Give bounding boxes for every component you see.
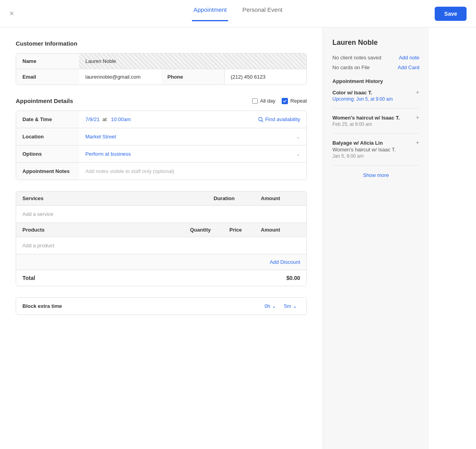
cards-meta-row: No cards on File Add Card	[332, 64, 419, 70]
email-label: Email	[16, 69, 79, 85]
products-amount-col-header: Amount	[261, 227, 300, 233]
tab-personal-event[interactable]: Personal Event	[241, 6, 284, 21]
history-item-2-title: Balyage w/ Alicia Lin	[332, 140, 396, 146]
quantity-col-header: Quantity	[190, 227, 229, 233]
find-availability-button[interactable]: Find availability	[258, 116, 300, 122]
services-header-row: Services Duration Amount	[16, 191, 306, 206]
date-time-label: Date & Time	[16, 111, 79, 128]
tab-appointment[interactable]: Appointment	[192, 6, 228, 21]
notes-row: Appointment Notes Add notes visible to s…	[16, 163, 306, 180]
amount-col-header: Amount	[261, 195, 300, 201]
no-cards-label: No cards on File	[332, 64, 370, 70]
history-item-2-info: Balyage w/ Alicia Lin Women's haircut w/…	[332, 140, 396, 159]
date-value[interactable]: 7/9/21	[85, 116, 100, 122]
services-col-header: Services	[22, 195, 214, 201]
total-label: Total	[22, 275, 35, 281]
phone-label: Phone	[161, 69, 224, 85]
options-value: Perform at business	[85, 151, 131, 157]
history-item-0-header: Color w/ Isaac T. Upcoming: Jun 5, at 9:…	[332, 90, 419, 102]
history-item-1-date: Feb 25, at 9:00 am	[332, 121, 400, 127]
search-icon	[258, 117, 264, 122]
history-item-1-add-button[interactable]: +	[416, 114, 419, 121]
phone-value: (212) 450 6123	[224, 69, 307, 85]
total-row: Total $0.00	[16, 270, 306, 286]
options-row: Options Perform at business ⌄	[16, 145, 306, 163]
options-value-cell[interactable]: Perform at business ⌄	[79, 146, 306, 162]
hours-dropdown-icon: ⌄	[272, 303, 276, 309]
repeat-checkbox-label[interactable]: Repeat	[282, 98, 307, 104]
location-dropdown-icon: ⌄	[296, 134, 300, 140]
history-item-2-add-button[interactable]: +	[416, 139, 419, 146]
find-avail-label: Find availability	[265, 116, 300, 122]
repeat-checked-box	[282, 98, 288, 104]
date-time-row: Date & Time 7/9/21 at 10:00am Find avail…	[16, 111, 306, 128]
left-panel: Customer Information Name Lauren Noble E…	[0, 28, 323, 449]
date-time-value: 7/9/21 at 10:00am Find availability	[79, 112, 306, 127]
history-item-1-info: Women's haircut w/ Isaac T. Feb 25, at 9…	[332, 115, 400, 127]
location-row: Location Market Street ⌄	[16, 128, 306, 145]
name-row: Name Lauren Noble	[16, 53, 306, 69]
history-item-0-title: Color w/ Isaac T.	[332, 90, 393, 96]
check-icon	[283, 99, 287, 103]
add-product-row[interactable]: Add a product	[16, 237, 306, 254]
price-col-header: Price	[229, 227, 261, 233]
services-products-table: Services Duration Amount Add a service P…	[16, 191, 307, 286]
block-extra-time-row: Block extra time 0h ⌄ 5m ⌄	[16, 297, 307, 315]
history-item-2-sub: Women's haircut w/ Isaac T.	[332, 147, 396, 153]
options-label: Options	[16, 145, 79, 162]
apt-controls: All day Repeat	[252, 98, 307, 104]
svg-point-0	[259, 117, 262, 121]
show-more-button[interactable]: Show more	[363, 172, 389, 178]
hours-select[interactable]: 0h ⌄	[264, 303, 276, 309]
time-value[interactable]: 10:00am	[111, 116, 131, 122]
upcoming-badge-0: Upcoming: Jun 5, at 9:00 am	[332, 96, 393, 102]
minutes-dropdown-icon: ⌄	[293, 303, 297, 309]
email-value: laurennoble@gmail.com	[79, 69, 161, 85]
history-item-0-add-button[interactable]: +	[416, 89, 419, 96]
minutes-value: 5m	[284, 303, 291, 309]
history-title: Appointment History	[332, 78, 419, 84]
name-label: Name	[16, 53, 79, 69]
apt-details-header: Appointment Details All day Repeat	[16, 98, 307, 104]
discount-row: Add Discount	[16, 254, 306, 270]
save-button[interactable]: Save	[435, 7, 467, 21]
add-service-row[interactable]: Add a service	[16, 206, 306, 223]
all-day-checkbox-label[interactable]: All day	[252, 98, 275, 104]
location-value: Market Street	[85, 134, 116, 140]
notes-placeholder[interactable]: Add notes visible to staff only (optiona…	[85, 168, 174, 174]
apt-details-title: Appointment Details	[16, 98, 73, 104]
history-item-1-header: Women's haircut w/ Isaac T. Feb 25, at 9…	[332, 115, 419, 127]
customer-info-table: Name Lauren Noble Email laurennoble@gmai…	[16, 53, 307, 85]
duration-col-header: Duration	[214, 195, 261, 201]
close-button[interactable]: ×	[9, 9, 14, 18]
history-item-1: Women's haircut w/ Isaac T. Feb 25, at 9…	[332, 115, 419, 134]
history-item-0: Color w/ Isaac T. Upcoming: Jun 5, at 9:…	[332, 90, 419, 109]
all-day-checkbox[interactable]	[252, 98, 258, 104]
tab-bar: Appointment Personal Event	[192, 6, 284, 21]
date-value-display: 7/9/21 at 10:00am	[85, 116, 131, 122]
customer-info-title: Customer Information	[16, 40, 307, 47]
name-value: Lauren Noble	[79, 53, 306, 69]
hours-value: 0h	[264, 303, 270, 309]
history-item-1-title: Women's haircut w/ Isaac T.	[332, 115, 400, 121]
minutes-select[interactable]: 5m ⌄	[284, 303, 297, 309]
options-dropdown-icon: ⌄	[296, 151, 300, 157]
add-card-button[interactable]: Add Card	[398, 64, 419, 70]
location-label: Location	[16, 128, 79, 145]
history-item-0-info: Color w/ Isaac T. Upcoming: Jun 5, at 9:…	[332, 90, 393, 102]
email-phone-row: Email laurennoble@gmail.com Phone (212) …	[16, 69, 306, 85]
block-extra-time-label: Block extra time	[22, 303, 260, 309]
add-note-button[interactable]: Add note	[399, 55, 419, 61]
at-text: at	[102, 116, 107, 122]
no-notes-label: No client notes saved	[332, 55, 381, 61]
top-bar: × Appointment Personal Event Save	[0, 0, 476, 28]
history-item-2: Balyage w/ Alicia Lin Women's haircut w/…	[332, 140, 419, 166]
main-content: Customer Information Name Lauren Noble E…	[0, 28, 476, 449]
history-item-0-date: Upcoming: Jun 5, at 9:00 am	[332, 96, 393, 102]
history-item-2-header: Balyage w/ Alicia Lin Women's haircut w/…	[332, 140, 419, 159]
location-value-cell[interactable]: Market Street ⌄	[79, 129, 306, 144]
all-day-label: All day	[260, 98, 275, 104]
notes-meta-row: No client notes saved Add note	[332, 55, 419, 61]
add-discount-button[interactable]: Add Discount	[270, 259, 300, 265]
show-more-container: Show more	[332, 172, 419, 178]
